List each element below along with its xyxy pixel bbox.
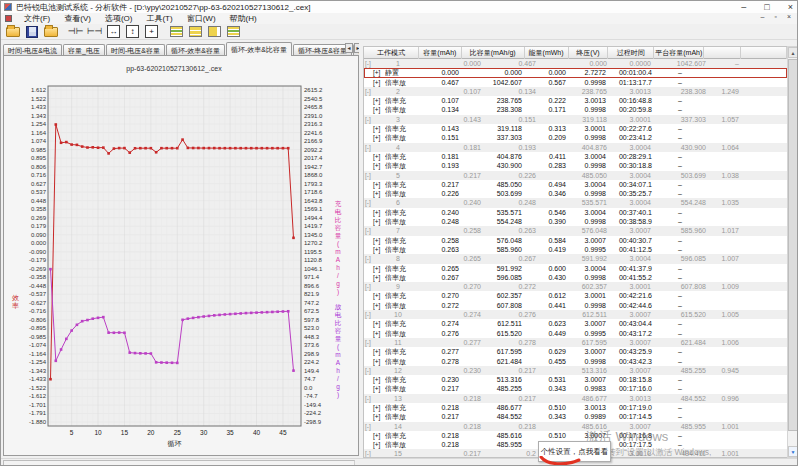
expand-toggle-icon[interactable]: [-] xyxy=(364,59,377,68)
expand-toggle-icon[interactable]: [+] xyxy=(364,375,385,384)
column-header-2[interactable]: 比容量(mAh/g) xyxy=(462,47,525,59)
cycle-summary-row[interactable]: [-]130.2180.217486.6773.0013484.5520.996 xyxy=(364,394,787,403)
step-row[interactable]: [+]倍率放0.263585.9600.4190.999500:41:12.5– xyxy=(364,245,787,254)
scroll-up-icon[interactable]: ▲ xyxy=(788,47,798,58)
save-icon[interactable] xyxy=(23,24,41,39)
expand-toggle-icon[interactable]: [+] xyxy=(364,217,385,226)
child-restore-button[interactable]: ▫ xyxy=(774,13,776,20)
column-header-7[interactable] xyxy=(704,47,741,59)
column-header-8[interactable] xyxy=(741,47,787,59)
cycle-summary-row[interactable]: [-]30.1430.151319.1183.0001337.3031.057 xyxy=(364,115,787,124)
expand-toggle-icon[interactable]: [+] xyxy=(364,319,385,328)
step-row[interactable]: [+]倍率放0.267596.0850.4300.999800:41:55.2– xyxy=(364,273,787,282)
cycle-summary-row[interactable]: [-]140.2180.218485.6163.0007485.9551.001 xyxy=(364,422,787,431)
expand-toggle-icon[interactable]: [+] xyxy=(364,124,385,133)
expand-toggle-icon[interactable]: [+] xyxy=(364,189,385,198)
step-row[interactable]: [+]倍率充0.217485.0500.4943.000400:34:07.1– xyxy=(364,180,787,189)
child-close-button[interactable]: × xyxy=(787,13,791,20)
expand-toggle-icon[interactable]: [+] xyxy=(364,291,385,300)
menu-item-1[interactable]: 查看(V) xyxy=(57,13,98,24)
cycle-efficiency-capacity-chart[interactable]: pp-63-620210527130612_.cex1.6122615.21.5… xyxy=(4,56,358,455)
table-list-2-icon[interactable] xyxy=(187,24,205,39)
expand-toggle-icon[interactable]: [+] xyxy=(364,384,385,393)
menu-item-3[interactable]: 工具(T) xyxy=(139,13,179,24)
step-row[interactable]: [+]倍率放0.4671042.6070.5670.999801:13:17.7… xyxy=(364,78,787,87)
table-list-3-icon[interactable] xyxy=(206,24,224,39)
expand-toggle-icon[interactable]: [+] xyxy=(364,105,385,114)
expand-toggle-icon[interactable]: [-] xyxy=(364,254,377,263)
cycle-summary-row[interactable]: [-]70.2580.263576.0483.0007585.9601.017 xyxy=(364,226,787,235)
expand-toggle-icon[interactable]: [+] xyxy=(364,357,385,366)
cycle-summary-row[interactable]: [-]60.2400.248535.5713.0004554.2481.035 xyxy=(364,198,787,207)
expand-toggle-icon[interactable]: [+] xyxy=(364,440,385,449)
cycle-summary-row[interactable]: [-]10.0000.4670.0000.00001042.607– xyxy=(364,59,787,68)
cycle-summary-row[interactable]: [-]80.2650.267591.9923.0004596.0851.007 xyxy=(364,254,787,263)
expand-toggle-icon[interactable]: [+] xyxy=(364,329,385,338)
scrollbar-thumb[interactable] xyxy=(788,59,798,431)
fit-width-icon[interactable]: ↔ xyxy=(105,24,123,39)
expand-toggle-icon[interactable]: [+] xyxy=(364,161,385,170)
scroll-down-icon[interactable]: ▼ xyxy=(788,446,798,457)
cycle-summary-row[interactable]: [-]20.1070.134238.7653.0013238.3081.249 xyxy=(364,87,787,96)
menu-item-0[interactable]: 文件(F) xyxy=(17,13,57,24)
fit-all-icon[interactable]: + xyxy=(143,24,161,39)
step-row[interactable]: [+]倍率充0.181404.8760.4113.000400:28:29.1– xyxy=(364,152,787,161)
expand-toggle-icon[interactable]: [-] xyxy=(364,449,377,458)
expand-toggle-icon[interactable]: [+] xyxy=(364,273,385,282)
step-row[interactable]: [+]倍率充0.218486.6770.5103.001300:17:19.0– xyxy=(364,403,787,412)
table-vertical-scrollbar[interactable]: ▲ ▼ xyxy=(787,46,798,458)
expand-toggle-icon[interactable]: [+] xyxy=(364,264,385,273)
column-header-4[interactable]: 终压(V) xyxy=(569,47,609,59)
step-row[interactable]: [+]倍率放0.248554.2480.3900.999800:38:58.9– xyxy=(364,217,787,226)
cycle-summary-row[interactable]: [-]90.2700.272602.3573.0001607.8081.009 xyxy=(364,282,787,291)
expand-toggle-icon[interactable]: [+] xyxy=(364,78,385,87)
folder-open-icon[interactable] xyxy=(4,24,22,39)
table-list-4-icon[interactable] xyxy=(225,24,243,39)
step-row[interactable]: [+]静置0.0000.0000.0002.727200:01:00.4– xyxy=(364,68,787,77)
menu-item-5[interactable]: 帮助(H) xyxy=(223,13,264,24)
step-row[interactable]: [+]倍率充0.277617.5950.6293.000700:43:25.9– xyxy=(364,347,787,356)
expand-toggle-icon[interactable]: [+] xyxy=(364,245,385,254)
child-window-icon[interactable] xyxy=(5,15,12,22)
expand-toggle-icon[interactable]: [-] xyxy=(364,338,377,347)
expand-toggle-icon[interactable]: [+] xyxy=(364,96,385,105)
step-row[interactable]: [+]倍率放0.193430.9000.2830.999800:30:18.8– xyxy=(364,161,787,170)
compress-h-icon[interactable]: ⊣⊢ xyxy=(67,24,85,39)
expand-toggle-icon[interactable]: [+] xyxy=(364,347,385,356)
table-list-1-icon[interactable] xyxy=(168,24,186,39)
expand-toggle-icon[interactable]: [-] xyxy=(364,310,377,319)
fit-height-icon[interactable]: ↕ xyxy=(124,24,142,39)
expand-toggle-icon[interactable]: [-] xyxy=(364,115,377,124)
expand-toggle-icon[interactable]: [-] xyxy=(364,226,377,235)
step-row[interactable]: [+]倍率充0.230513.3160.5313.000700:18:15.8– xyxy=(364,375,787,384)
menu-item-2[interactable]: 选项(O) xyxy=(98,13,140,24)
expand-toggle-icon[interactable]: [-] xyxy=(364,366,377,375)
expand-toggle-icon[interactable]: [+] xyxy=(364,208,385,217)
step-row[interactable]: [+]倍率放0.226503.6990.3460.999800:35:25.7– xyxy=(364,189,787,198)
expand-toggle-icon[interactable]: [+] xyxy=(364,412,385,421)
step-row[interactable]: [+]倍率充0.107238.7650.2223.001300:16:48.8– xyxy=(364,96,787,105)
expand-toggle-icon[interactable]: [-] xyxy=(364,171,377,180)
column-header-6[interactable]: 平台容量(mAh) xyxy=(654,47,704,59)
expand-toggle-icon[interactable]: [+] xyxy=(364,236,385,245)
expand-toggle-icon[interactable]: [-] xyxy=(364,394,377,403)
expand-toggle-icon[interactable]: [-] xyxy=(364,198,377,207)
step-row[interactable]: [+]倍率放0.217485.2550.3430.998300:17:16.0– xyxy=(364,384,787,393)
step-row[interactable]: [+]倍率充0.265591.9920.6003.000400:41:37.9– xyxy=(364,264,787,273)
step-row[interactable]: [+]倍率充0.143319.1180.3133.000100:22:27.6– xyxy=(364,124,787,133)
column-header-5[interactable]: 过程时间 xyxy=(608,47,654,59)
step-row[interactable]: [+]倍率充0.258576.0480.5843.000700:40:30.7– xyxy=(364,236,787,245)
step-row[interactable]: [+]倍率充0.218485.6160.5103.000700:17:16.8– xyxy=(364,431,787,440)
expand-toggle-icon[interactable]: [+] xyxy=(364,301,385,310)
expand-toggle-icon[interactable]: [-] xyxy=(364,87,377,96)
step-row[interactable]: [+]倍率放0.217484.5520.3430.998900:17:14.5– xyxy=(364,412,787,421)
expand-toggle-icon[interactable]: [-] xyxy=(364,282,377,291)
child-minimize-button[interactable]: – xyxy=(761,13,765,20)
restore-button[interactable]: □ xyxy=(764,2,769,12)
cycle-summary-row[interactable]: [-]40.1810.193404.8763.0004430.9001.064 xyxy=(364,143,787,152)
expand-toggle-icon[interactable]: [+] xyxy=(364,180,385,189)
close-button[interactable]: × xyxy=(788,2,793,12)
column-header-0[interactable]: 工作模式 xyxy=(364,47,419,59)
cycle-summary-row[interactable]: [-]50.2170.226485.0503.0004503.6991.038 xyxy=(364,171,787,180)
step-row[interactable]: [+]倍率放0.272607.8080.4410.999800:42:44.6– xyxy=(364,301,787,310)
